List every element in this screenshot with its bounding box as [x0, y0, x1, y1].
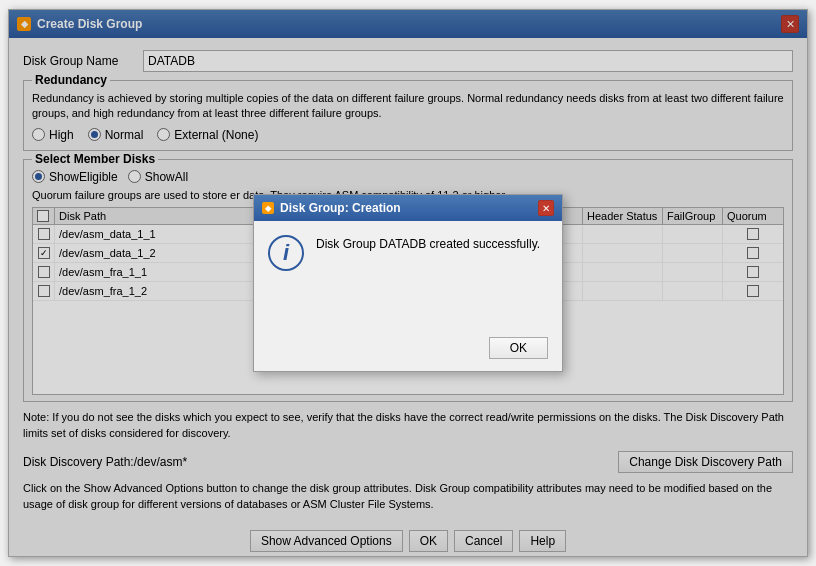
main-dialog: ◆ Create Disk Group ✕ Disk Group Name Re… [8, 9, 808, 557]
modal-body: i Disk Group DATADB created successfully… [254, 221, 562, 329]
modal-ok-button[interactable]: OK [489, 337, 548, 359]
modal-close-button[interactable]: ✕ [538, 200, 554, 216]
modal-message: Disk Group DATADB created successfully. [316, 235, 548, 315]
info-icon: i [268, 235, 304, 271]
modal-footer: OK [254, 329, 562, 371]
modal-icon: ◆ [262, 202, 274, 214]
modal-overlay: ◆ Disk Group: Creation ✕ i Disk Group DA… [9, 10, 807, 556]
modal-dialog: ◆ Disk Group: Creation ✕ i Disk Group DA… [253, 194, 563, 372]
modal-title-bar: ◆ Disk Group: Creation ✕ [254, 195, 562, 221]
modal-title: Disk Group: Creation [280, 201, 401, 215]
